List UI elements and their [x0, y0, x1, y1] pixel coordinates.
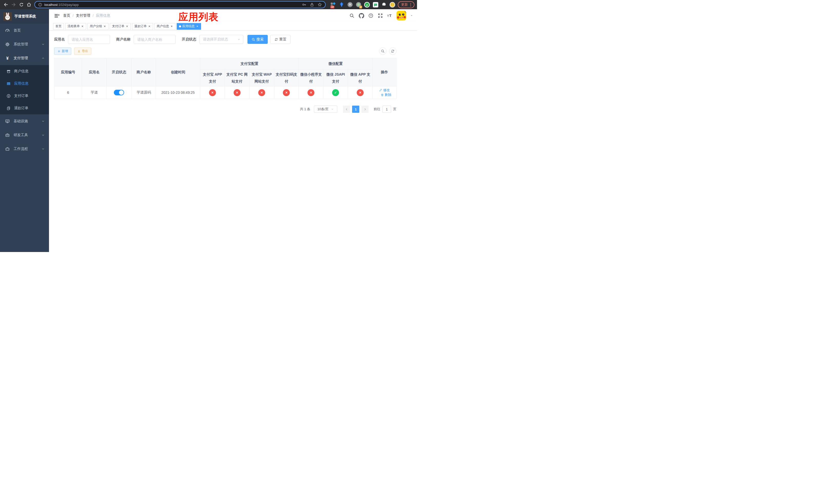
search-form: 应用名 商户名称 开启状态 请选择开启状态 搜索 重置	[54, 35, 396, 44]
sidebar-item-pay-order[interactable]: ¥ 支付订单	[0, 90, 49, 102]
table-toolbar: 新增 导出	[54, 47, 396, 55]
show-search-button[interactable]	[379, 47, 387, 55]
breadcrumb-home[interactable]: 首页	[63, 13, 70, 18]
browser-update-button[interactable]: 更新	[398, 1, 414, 8]
caret-down-icon[interactable]	[410, 14, 413, 17]
search-button[interactable]: 搜索	[247, 35, 268, 44]
edit-link[interactable]: 修改	[379, 88, 390, 93]
close-icon[interactable]	[81, 25, 84, 28]
tab-refund-order[interactable]: 退款订单	[132, 23, 153, 30]
add-button-label: 新增	[62, 49, 68, 53]
merchant-name-label: 商户名称	[116, 37, 131, 42]
col-header-alipay-pc: 支付宝 PC 网站支付	[225, 69, 249, 86]
extension-blocks-icon[interactable]: 10	[330, 2, 336, 7]
col-header-wechat-jsapi: 微信 JSAPI 支付	[323, 69, 348, 86]
sidebar-item-label: 研发工具	[14, 133, 28, 137]
merchant-name-input[interactable]	[134, 35, 176, 44]
tab-label: 应用信息	[182, 24, 195, 28]
browser-back-icon[interactable]	[3, 1, 9, 8]
site-info-icon[interactable]	[38, 3, 42, 7]
goto-page-input[interactable]	[382, 106, 391, 113]
update-label: 更新	[401, 2, 408, 7]
browser-toolbar: localhost:1024/pay/app 10	[0, 0, 417, 9]
svg-text:T: T	[387, 15, 389, 18]
svg-text:⌘: ⌘	[349, 3, 352, 6]
extension-gem-icon[interactable]	[339, 2, 345, 7]
browser-reload-icon[interactable]	[18, 1, 25, 8]
help-icon[interactable]: ?	[368, 13, 374, 19]
tab-app-info[interactable]: 应用信息	[177, 23, 201, 30]
svg-text:?: ?	[370, 14, 372, 17]
sidebar-fold-icon[interactable]	[53, 12, 61, 20]
status-select[interactable]: 请选择开启状态	[199, 35, 243, 44]
sidebar-item-label: 应用信息	[14, 81, 28, 86]
wechat-mini-status-icon: ×	[307, 89, 314, 96]
sidebar-item-infrastructure[interactable]: 基础设施	[0, 114, 49, 128]
col-header-wechat-mini: 微信小程序支付	[299, 69, 323, 86]
tab-merchant-info[interactable]: 商户信息	[154, 23, 175, 30]
share-icon[interactable]	[310, 3, 314, 7]
reset-button[interactable]: 重置	[270, 35, 290, 44]
font-size-icon[interactable]: TT	[387, 13, 393, 19]
browser-home-icon[interactable]	[26, 1, 32, 8]
browser-menu-icon[interactable]	[410, 3, 411, 6]
tab-label: 用户分组	[90, 24, 102, 28]
sidebar-item-refund-order[interactable]: 退款订单	[0, 102, 49, 114]
url-text: localhost:1024/pay/app	[44, 3, 300, 7]
dashboard-icon	[5, 28, 10, 33]
wechat-jsapi-status-icon: ✓	[332, 89, 339, 96]
fullscreen-icon[interactable]	[377, 13, 383, 19]
page-number-button[interactable]: 1	[352, 106, 359, 113]
refresh-table-button[interactable]	[389, 47, 396, 55]
extension-command-icon[interactable]: ⌘	[347, 2, 353, 7]
extension-recorder-icon[interactable]: 1	[356, 2, 361, 7]
sidebar-item-home[interactable]: 首页	[0, 24, 49, 38]
col-header-alipay-wap: 支付宝 WAP 网站支付	[249, 69, 274, 86]
tab-label: 商户信息	[157, 24, 169, 28]
close-icon[interactable]	[126, 25, 129, 28]
alipay-qr-status-icon: ×	[283, 89, 290, 96]
group-header-alipay: 支付宝配置	[200, 58, 299, 69]
user-avatar[interactable]	[396, 11, 406, 21]
yen-icon: ¥	[5, 56, 10, 61]
sidebar-item-payment[interactable]: ¥ 支付管理	[0, 51, 49, 65]
close-icon[interactable]	[196, 25, 199, 28]
sidebar-item-merchant-info[interactable]: 商户信息	[0, 65, 49, 77]
next-page-button[interactable]	[361, 106, 369, 113]
github-icon[interactable]	[358, 13, 364, 19]
sidebar-item-system[interactable]: 系统管理	[0, 38, 49, 51]
url-bar[interactable]: localhost:1024/pay/app	[35, 1, 326, 8]
close-icon[interactable]	[103, 25, 106, 28]
sidebar-item-workflow[interactable]: 工作流程	[0, 142, 49, 156]
tab-process-form[interactable]: 流程表单	[65, 23, 86, 30]
tab-home[interactable]: 首页	[53, 23, 64, 30]
breadcrumb-payment[interactable]: 支付管理	[76, 13, 90, 18]
prev-page-button[interactable]	[343, 106, 350, 113]
delete-link[interactable]: 删除	[380, 93, 391, 97]
tab-pay-order[interactable]: 支付订单	[110, 23, 131, 30]
profile-avatar[interactable]	[390, 2, 395, 7]
app-logo[interactable]: 芋道管理系统	[0, 9, 49, 24]
close-icon[interactable]	[148, 25, 151, 28]
col-header-merchant: 商户名称	[132, 58, 156, 86]
sidebar-item-dev-tools[interactable]: 研发工具	[0, 128, 49, 142]
close-icon[interactable]	[170, 25, 173, 28]
search-icon[interactable]	[349, 13, 355, 19]
extension-yudao-icon[interactable]: y	[364, 2, 370, 7]
app-name-label: 应用名	[54, 37, 65, 42]
extension-chat-icon[interactable]	[373, 2, 378, 7]
status-switch[interactable]	[114, 90, 124, 95]
tab-user-group[interactable]: 用户分组	[87, 23, 109, 30]
browser-forward-icon[interactable]	[10, 1, 17, 8]
password-key-icon[interactable]	[302, 2, 306, 7]
add-button[interactable]: 新增	[54, 47, 71, 55]
sidebar-item-label: 首页	[14, 28, 21, 33]
sidebar-item-app-info[interactable]: 应用信息	[0, 77, 49, 90]
export-button[interactable]: 导出	[74, 47, 91, 55]
app-name-input[interactable]	[68, 35, 110, 44]
briefcase-icon	[5, 147, 10, 151]
extensions-puzzle-icon[interactable]	[381, 2, 387, 7]
bookmark-star-icon[interactable]	[317, 2, 322, 7]
page-size-select[interactable]: 10条/页	[314, 106, 337, 113]
breadcrumb-separator: /	[93, 14, 94, 18]
